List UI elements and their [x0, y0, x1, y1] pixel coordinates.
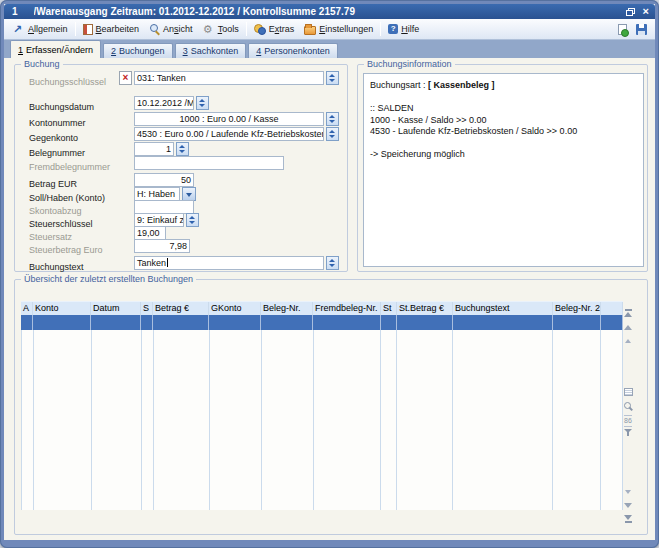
- scroll-down-small-icon[interactable]: [624, 487, 633, 497]
- new-record-icon[interactable]: [618, 24, 627, 35]
- buchungsdatum-spinner-button[interactable]: [196, 96, 209, 110]
- tab-buchungen[interactable]: 2Buchungen: [103, 43, 173, 58]
- field-row-buchungsschluessel: Buchungsschlüssel 031: Tanken: [29, 71, 343, 85]
- field-row-gegenkonto: Gegenkonto 4530 : Euro 0.00 / Laufende K…: [29, 127, 343, 141]
- kontonummer-spinner-button[interactable]: [326, 112, 339, 126]
- menu-item-tools[interactable]: Tools: [198, 22, 244, 37]
- buchungstext-input[interactable]: Tanken: [134, 256, 324, 270]
- buchungsschluessel-input[interactable]: 031: Tanken: [134, 71, 324, 85]
- steuerschluessel-input[interactable]: 9: Einkauf zu: [134, 213, 184, 227]
- groupbox-buchung: Buchung Buchungsschlüssel 031: Tanken Bu…: [14, 64, 348, 272]
- title-bar: 1 /Warenausgang Zeitraum: 01.2012-12.201…: [4, 4, 655, 19]
- groupbox-uebersicht: Übersicht der zuletzt erstellten Buchung…: [14, 279, 648, 535]
- filter-icon[interactable]: [624, 428, 633, 438]
- menu-item-allgemein[interactable]: Allgemein: [8, 22, 73, 37]
- steuerbetrag-euro-label: Steuerbetrag Euro: [29, 245, 103, 255]
- grid-column: [314, 330, 382, 510]
- gegenkonto-input[interactable]: 4530 : Euro 0.00 / Laufende Kfz-Betriebs…: [134, 127, 324, 141]
- selected-row-cell: [91, 315, 141, 330]
- tab-sachkonten[interactable]: 3Sachkonten: [175, 43, 247, 58]
- column-header-st[interactable]: St: [381, 302, 397, 315]
- menu-item-bearbeiten[interactable]: Bearbeiten: [78, 22, 145, 37]
- field-row-steuerschluessel: Steuerschlüssel 9: Einkauf zu: [29, 213, 343, 227]
- info-line: [370, 138, 637, 150]
- close-icon[interactable]: ×: [643, 6, 649, 17]
- info-line: [370, 92, 637, 104]
- tab-erfassen-ändern[interactable]: 1Erfassen/Ändern: [10, 40, 101, 58]
- column-header-a[interactable]: A: [21, 302, 33, 315]
- soll-haben-select[interactable]: H: Haben: [134, 187, 180, 201]
- grid-column: [92, 330, 142, 510]
- field-row-steuerbetrag-euro: Steuerbetrag Euro 7,98: [29, 239, 343, 253]
- field-row-fremdbelegnummer: Fremdbelegnummer: [29, 156, 343, 170]
- clear-icon[interactable]: [119, 71, 132, 85]
- grid-column: [22, 330, 34, 510]
- field-row-betrag-eur: Betrag EUR 50: [29, 173, 343, 187]
- field-row-skontoabzug: Skontoabzug: [29, 200, 343, 214]
- field-row-steuersatz: Steuersatz 19,00: [29, 226, 343, 240]
- column-header-beleg-nr-2[interactable]: Beleg-Nr. 2: [553, 302, 601, 315]
- window-index: 1: [12, 6, 18, 17]
- column-header-gkonto[interactable]: GKonto: [209, 302, 261, 315]
- grid-column: [210, 330, 262, 510]
- grid-column: [262, 330, 314, 510]
- selected-row-cell: [141, 315, 153, 330]
- tools-gear-icon: [203, 24, 215, 35]
- column-header-datum[interactable]: Datum: [91, 302, 141, 315]
- column-header-st-betrag-[interactable]: St.Betrag €: [397, 302, 453, 315]
- menu-separator: [75, 22, 76, 36]
- buchungsdatum-label: Buchungsdatum: [29, 102, 94, 112]
- grid-column: [34, 330, 92, 510]
- column-header-buchungstext[interactable]: Buchungstext: [453, 302, 553, 315]
- window-title: /Warenausgang Zeitraum: 01.2012-12.2012 …: [34, 6, 626, 17]
- table-grid: [21, 330, 623, 510]
- save-icon[interactable]: [636, 24, 647, 35]
- menu-item-hilfe[interactable]: Hilfe: [383, 22, 424, 36]
- gegenkonto-spinner-button[interactable]: [326, 127, 339, 141]
- betrag-eur-input[interactable]: 50: [134, 173, 194, 187]
- steuersatz-input[interactable]: 19,00: [134, 226, 166, 240]
- menu-item-extras[interactable]: Extras: [249, 22, 300, 37]
- selected-row-cell: [313, 315, 381, 330]
- kontonummer-input[interactable]: 1000 : Euro 0.00 / Kasse: [134, 112, 324, 126]
- count-icon[interactable]: [624, 415, 633, 425]
- column-header-filler: [601, 302, 623, 315]
- extras-orb-icon: [254, 24, 266, 35]
- grid-column: [453, 330, 553, 510]
- menu-bar: AllgemeinBearbeitenAnsichtToolsExtrasEin…: [4, 19, 655, 40]
- table-selected-row[interactable]: [21, 315, 623, 330]
- scroll-up-icon[interactable]: [624, 323, 633, 333]
- buchungstext-spinner-button[interactable]: [326, 256, 339, 270]
- chevron-down-icon[interactable]: [182, 187, 196, 201]
- scroll-down-icon[interactable]: [624, 500, 633, 510]
- restore-icon[interactable]: [626, 8, 635, 16]
- menu-item-einstellungen[interactable]: Einstellungen: [299, 21, 378, 37]
- column-header-beleg-nr-[interactable]: Beleg-Nr.: [261, 302, 313, 315]
- groupbox-buchungsinformation: Buchungsinformation Buchungsart : [ Kass…: [357, 64, 648, 272]
- tab-strip: 1Erfassen/Ändern2Buchungen3Sachkonten4Pe…: [4, 40, 655, 58]
- menu-item-ansicht[interactable]: Ansicht: [144, 22, 198, 37]
- steuerbetrag-euro-input[interactable]: 7,98: [134, 239, 190, 253]
- buchungsschluessel-spinner-button[interactable]: [326, 71, 339, 85]
- skontoabzug-input[interactable]: [134, 200, 194, 214]
- belegnummer-input[interactable]: 1: [134, 142, 174, 156]
- menu-item-label: Ansicht: [163, 24, 193, 34]
- tab-personenkonten[interactable]: 4Personenkonten: [248, 43, 338, 58]
- belegnummer-spinner-button[interactable]: [176, 142, 189, 156]
- column-header-betrag-[interactable]: Betrag €: [153, 302, 209, 315]
- buchungsart-value: [ Kassenbeleg ]: [428, 80, 495, 90]
- search-icon[interactable]: [624, 402, 634, 412]
- scroll-top-icon[interactable]: [624, 309, 633, 319]
- column-header-fremdbeleg-nr-[interactable]: Fremdbeleg-Nr.: [313, 302, 381, 315]
- buchungsdatum-input[interactable]: 10.12.2012 /Mo: [134, 96, 194, 110]
- scroll-up-small-icon[interactable]: [624, 336, 633, 346]
- fremdbelegnummer-input[interactable]: [134, 156, 284, 170]
- steuerschluessel-spinner-button[interactable]: [186, 213, 199, 227]
- menu-separator: [246, 22, 247, 36]
- column-header-s[interactable]: S: [141, 302, 153, 315]
- card-icon[interactable]: [624, 388, 633, 396]
- grid-column: [154, 330, 210, 510]
- scroll-bottom-icon[interactable]: [624, 513, 633, 523]
- selected-row-cell: [21, 315, 33, 330]
- column-header-konto[interactable]: Konto: [33, 302, 91, 315]
